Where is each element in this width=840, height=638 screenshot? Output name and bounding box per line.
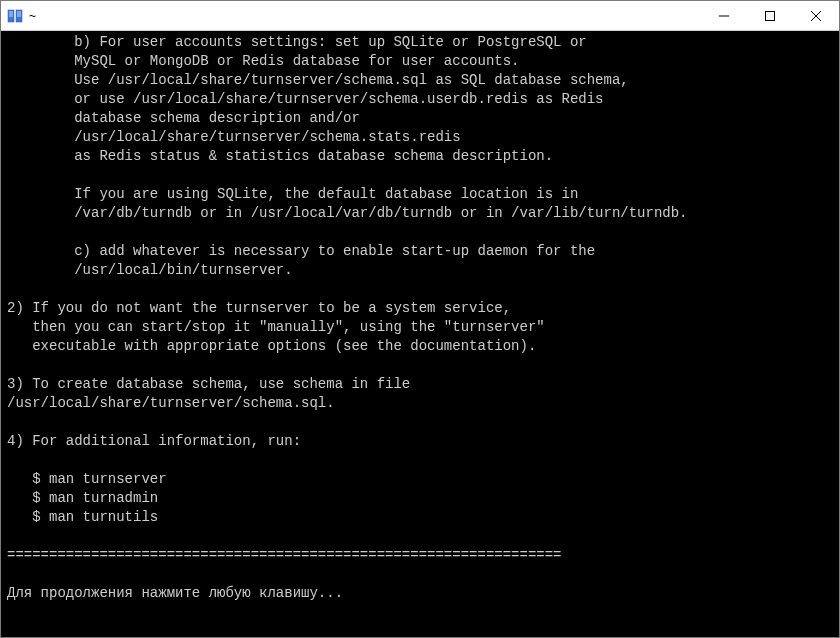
terminal-line: $ man turnserver bbox=[7, 470, 833, 489]
maximize-button[interactable] bbox=[747, 1, 793, 30]
terminal-line: or use /usr/local/share/turnserver/schem… bbox=[7, 90, 833, 109]
terminal-line bbox=[7, 223, 833, 242]
terminal-line: 4) For additional information, run: bbox=[7, 432, 833, 451]
terminal-line: ========================================… bbox=[7, 546, 833, 565]
terminal-line: MySQL or MongoDB or Redis database for u… bbox=[7, 52, 833, 71]
terminal-line: /var/db/turndb or in /usr/local/var/db/t… bbox=[7, 204, 833, 223]
terminal-line: /usr/local/share/turnserver/schema.stats… bbox=[7, 128, 833, 147]
terminal-line: 2) If you do not want the turnserver to … bbox=[7, 299, 833, 318]
terminal-line bbox=[7, 451, 833, 470]
app-icon bbox=[7, 8, 23, 24]
terminal-line: $ man turnadmin bbox=[7, 489, 833, 508]
terminal-line: If you are using SQLite, the default dat… bbox=[7, 185, 833, 204]
terminal-line bbox=[7, 356, 833, 375]
terminal-line: c) add whatever is necessary to enable s… bbox=[7, 242, 833, 261]
minimize-button[interactable] bbox=[701, 1, 747, 30]
window-titlebar: ~ bbox=[1, 1, 839, 31]
close-button[interactable] bbox=[793, 1, 839, 30]
terminal-line: database schema description and/or bbox=[7, 109, 833, 128]
terminal-line: /usr/local/share/turnserver/schema.sql. bbox=[7, 394, 833, 413]
terminal-line: executable with appropriate options (see… bbox=[7, 337, 833, 356]
terminal-line bbox=[7, 527, 833, 546]
terminal-line: as Redis status & statistics database sc… bbox=[7, 147, 833, 166]
window-title: ~ bbox=[29, 9, 701, 23]
terminal-line: /usr/local/bin/turnserver. bbox=[7, 261, 833, 280]
terminal-line: Use /usr/local/share/turnserver/schema.s… bbox=[7, 71, 833, 90]
terminal-line: 3) To create database schema, use schema… bbox=[7, 375, 833, 394]
svg-rect-9 bbox=[766, 11, 775, 20]
terminal-line bbox=[7, 280, 833, 299]
terminal-line: $ man turnutils bbox=[7, 508, 833, 527]
terminal-line bbox=[7, 565, 833, 584]
terminal-line: then you can start/stop it "manually", u… bbox=[7, 318, 833, 337]
terminal-line: Для продолжения нажмите любую клавишу... bbox=[7, 584, 833, 603]
terminal-line bbox=[7, 166, 833, 185]
terminal-output[interactable]: b) For user accounts settings: set up SQ… bbox=[1, 31, 839, 637]
terminal-line bbox=[7, 413, 833, 432]
terminal-line: b) For user accounts settings: set up SQ… bbox=[7, 33, 833, 52]
window-controls bbox=[701, 1, 839, 30]
